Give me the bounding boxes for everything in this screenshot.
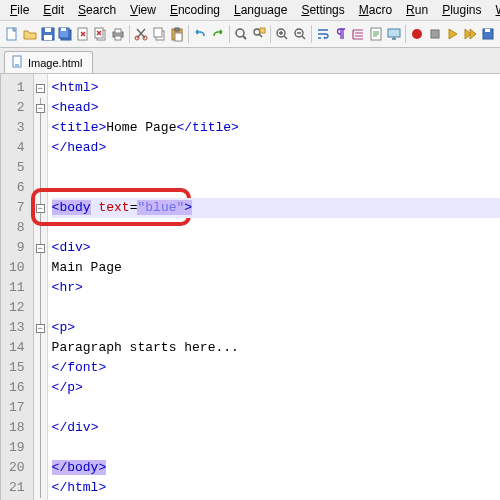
code-line: <hr> — [52, 278, 500, 298]
tab-image-html[interactable]: Image.html — [4, 51, 93, 73]
line-number: 10 — [1, 258, 33, 278]
code-line: </p> — [52, 378, 500, 398]
copy-icon — [151, 26, 167, 42]
line-number: 3 — [1, 118, 33, 138]
zoom-in-icon — [274, 26, 290, 42]
toolbar-separator — [270, 25, 271, 43]
svg-rect-28 — [431, 30, 439, 38]
code-line — [52, 398, 500, 418]
svg-point-20 — [236, 29, 244, 37]
toolbar — [0, 21, 500, 48]
line-number: 15 — [1, 358, 33, 378]
line-number: 13 — [1, 318, 33, 338]
toolbar-separator — [311, 25, 312, 43]
menu-window[interactable]: Window — [490, 1, 500, 19]
play-icon — [444, 26, 460, 42]
menu-edit[interactable]: Edit — [37, 1, 70, 19]
replace-button[interactable] — [250, 24, 267, 44]
line-number-gutter: 1 2 3 4 5 6 7 8 9 10 11 12 13 14 15 16 1… — [1, 74, 34, 500]
line-number: 16 — [1, 378, 33, 398]
code-editor[interactable]: 1 2 3 4 5 6 7 8 9 10 11 12 13 14 15 16 1… — [0, 74, 500, 500]
code-line-active: <body text="blue"> — [52, 198, 500, 218]
save-all-button[interactable] — [57, 24, 74, 44]
redo-button[interactable] — [209, 24, 226, 44]
save-button[interactable] — [39, 24, 56, 44]
fold-toggle-icon[interactable] — [36, 104, 45, 113]
zoom-in-button[interactable] — [274, 24, 291, 44]
code-line: </div> — [52, 418, 500, 438]
print-button[interactable] — [110, 24, 127, 44]
menu-view[interactable]: View — [124, 1, 162, 19]
menu-plugins[interactable]: Plugins — [436, 1, 487, 19]
code-line — [52, 438, 500, 458]
zoom-out-button[interactable] — [291, 24, 308, 44]
menu-settings[interactable]: Settings — [295, 1, 350, 19]
code-line — [52, 298, 500, 318]
tab-bar: Image.html — [0, 48, 500, 74]
macro-play-multi-button[interactable] — [462, 24, 479, 44]
files-close-icon — [92, 26, 108, 42]
paste-button[interactable] — [168, 24, 185, 44]
new-file-button[interactable] — [4, 24, 21, 44]
svg-rect-18 — [175, 28, 179, 31]
indent-guide-button[interactable] — [350, 24, 367, 44]
code-line — [52, 158, 500, 178]
tab-label: Image.html — [28, 57, 82, 69]
macro-stop-button[interactable] — [426, 24, 443, 44]
svg-rect-26 — [388, 29, 400, 37]
svg-rect-19 — [175, 33, 182, 41]
menu-macro[interactable]: Macro — [353, 1, 398, 19]
fold-toggle-icon[interactable] — [36, 84, 45, 93]
svg-rect-22 — [260, 28, 265, 33]
code-line: </font> — [52, 358, 500, 378]
menu-search[interactable]: Search — [72, 1, 122, 19]
monitor-button[interactable] — [385, 24, 402, 44]
fold-toggle-icon[interactable] — [36, 324, 45, 333]
close-file-button[interactable] — [74, 24, 91, 44]
file-close-icon — [75, 26, 91, 42]
whitespace-button[interactable] — [333, 24, 350, 44]
toolbar-separator — [405, 25, 406, 43]
menu-language[interactable]: Language — [228, 1, 293, 19]
svg-point-27 — [412, 29, 422, 39]
undo-button[interactable] — [192, 24, 209, 44]
scissors-icon — [133, 26, 149, 42]
line-number: 4 — [1, 138, 33, 158]
close-all-button[interactable] — [92, 24, 109, 44]
svg-rect-6 — [61, 28, 66, 31]
code-line: <div> — [52, 238, 500, 258]
svg-rect-11 — [115, 29, 121, 33]
code-area[interactable]: <html> <head> <title>Home Page</title> <… — [48, 74, 500, 500]
line-number: 5 — [1, 158, 33, 178]
clipboard-icon — [169, 26, 185, 42]
code-line: Main Page — [52, 258, 500, 278]
macro-record-button[interactable] — [409, 24, 426, 44]
line-number: 7 — [1, 198, 33, 218]
line-number: 19 — [1, 438, 33, 458]
wrap-icon — [315, 26, 331, 42]
line-number: 20 — [1, 458, 33, 478]
menu-run[interactable]: Run — [400, 1, 434, 19]
file-icon — [4, 26, 20, 42]
replace-icon — [251, 26, 267, 42]
fold-toggle-icon[interactable] — [36, 244, 45, 253]
language-button[interactable] — [368, 24, 385, 44]
open-file-button[interactable] — [22, 24, 39, 44]
word-wrap-button[interactable] — [315, 24, 332, 44]
fold-gutter — [34, 74, 48, 500]
macro-play-button[interactable] — [444, 24, 461, 44]
undo-icon — [192, 26, 208, 42]
floppy-multi-icon — [57, 26, 73, 42]
cut-button[interactable] — [133, 24, 150, 44]
copy-button[interactable] — [151, 24, 168, 44]
macro-save-button[interactable] — [479, 24, 496, 44]
menu-encoding[interactable]: Encoding — [164, 1, 226, 19]
indent-icon — [350, 26, 366, 42]
code-line: <html> — [52, 78, 500, 98]
fold-toggle-icon[interactable] — [36, 204, 45, 213]
toolbar-separator — [229, 25, 230, 43]
find-button[interactable] — [233, 24, 250, 44]
line-number: 8 — [1, 218, 33, 238]
menu-file[interactable]: File — [4, 1, 35, 19]
search-icon — [233, 26, 249, 42]
